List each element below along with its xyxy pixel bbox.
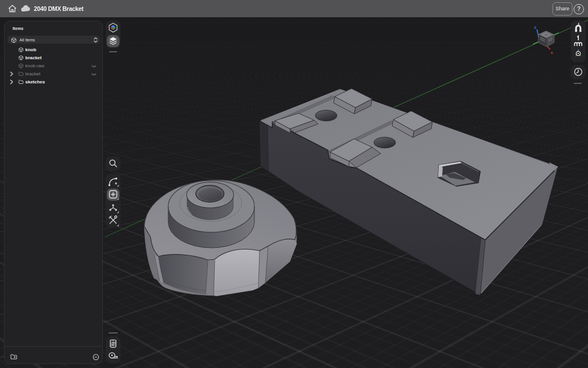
- svg-text:z: z: [534, 25, 536, 30]
- svg-text:x: x: [551, 50, 554, 55]
